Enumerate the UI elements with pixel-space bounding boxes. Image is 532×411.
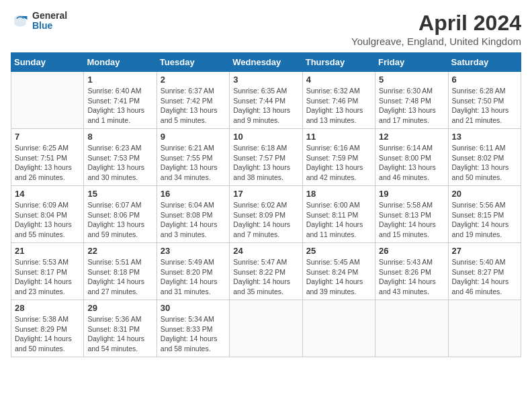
calendar-header-saturday: Saturday: [448, 53, 521, 72]
calendar-cell: 17Sunrise: 6:02 AMSunset: 8:09 PMDayligh…: [230, 186, 302, 243]
day-info: Sunrise: 5:38 AMSunset: 8:29 PMDaylight:…: [15, 314, 80, 354]
calendar-header-friday: Friday: [375, 53, 448, 72]
day-info: Sunrise: 6:21 AMSunset: 7:55 PMDaylight:…: [161, 143, 226, 183]
day-number: 14: [15, 189, 80, 199]
day-info: Sunrise: 5:58 AMSunset: 8:13 PMDaylight:…: [379, 200, 444, 240]
calendar-cell: 1Sunrise: 6:40 AMSunset: 7:41 PMDaylight…: [84, 72, 157, 129]
logo: General Blue: [11, 11, 67, 32]
calendar-cell: [375, 300, 448, 357]
calendar-cell: 19Sunrise: 5:58 AMSunset: 8:13 PMDayligh…: [375, 186, 448, 243]
day-info: Sunrise: 6:32 AMSunset: 7:46 PMDaylight:…: [306, 86, 371, 126]
day-info: Sunrise: 6:04 AMSunset: 8:08 PMDaylight:…: [161, 200, 226, 240]
day-number: 11: [306, 132, 371, 142]
day-number: 15: [87, 189, 152, 199]
day-info: Sunrise: 6:35 AMSunset: 7:44 PMDaylight:…: [233, 86, 298, 126]
calendar-cell: 21Sunrise: 5:53 AMSunset: 8:17 PMDayligh…: [11, 243, 84, 300]
calendar-cell: 23Sunrise: 5:49 AMSunset: 8:20 PMDayligh…: [157, 243, 229, 300]
day-number: 4: [306, 75, 371, 85]
calendar-cell: 24Sunrise: 5:47 AMSunset: 8:22 PMDayligh…: [230, 243, 302, 300]
day-number: 10: [233, 132, 298, 142]
day-number: 1: [87, 75, 152, 85]
logo-text: General Blue: [32, 11, 67, 32]
logo-icon: [11, 11, 30, 30]
day-info: Sunrise: 5:47 AMSunset: 8:22 PMDaylight:…: [233, 257, 298, 297]
calendar-cell: [448, 300, 521, 357]
month-title: April 2024: [351, 11, 521, 36]
day-number: 24: [233, 246, 298, 256]
day-number: 7: [15, 132, 80, 142]
day-info: Sunrise: 6:30 AMSunset: 7:48 PMDaylight:…: [379, 86, 444, 126]
week-row-1: 1Sunrise: 6:40 AMSunset: 7:41 PMDaylight…: [11, 72, 521, 129]
calendar-cell: 3Sunrise: 6:35 AMSunset: 7:44 PMDaylight…: [230, 72, 302, 129]
day-info: Sunrise: 5:45 AMSunset: 8:24 PMDaylight:…: [306, 257, 371, 297]
calendar-cell: 26Sunrise: 5:43 AMSunset: 8:26 PMDayligh…: [375, 243, 448, 300]
day-number: 30: [161, 303, 226, 313]
calendar-cell: 22Sunrise: 5:51 AMSunset: 8:18 PMDayligh…: [84, 243, 157, 300]
day-number: 8: [87, 132, 152, 142]
location: Youlgreave, England, United Kingdom: [351, 36, 521, 47]
day-number: 26: [379, 246, 444, 256]
calendar-cell: 2Sunrise: 6:37 AMSunset: 7:42 PMDaylight…: [157, 72, 229, 129]
calendar-cell: 10Sunrise: 6:18 AMSunset: 7:57 PMDayligh…: [230, 129, 302, 186]
calendar-table: SundayMondayTuesdayWednesdayThursdayFrid…: [11, 52, 521, 357]
day-number: 20: [452, 189, 517, 199]
calendar-cell: 14Sunrise: 6:09 AMSunset: 8:04 PMDayligh…: [11, 186, 84, 243]
day-number: 5: [379, 75, 444, 85]
day-info: Sunrise: 6:14 AMSunset: 8:00 PMDaylight:…: [379, 143, 444, 183]
day-number: 25: [306, 246, 371, 256]
calendar-cell: 29Sunrise: 5:36 AMSunset: 8:31 PMDayligh…: [84, 300, 157, 357]
calendar-header-sunday: Sunday: [11, 53, 84, 72]
calendar-cell: 13Sunrise: 6:11 AMSunset: 8:02 PMDayligh…: [448, 129, 521, 186]
calendar-cell: 20Sunrise: 5:56 AMSunset: 8:15 PMDayligh…: [448, 186, 521, 243]
week-row-4: 21Sunrise: 5:53 AMSunset: 8:17 PMDayligh…: [11, 243, 521, 300]
day-number: 2: [161, 75, 226, 85]
calendar-cell: [302, 300, 375, 357]
calendar-cell: 18Sunrise: 6:00 AMSunset: 8:11 PMDayligh…: [302, 186, 375, 243]
day-number: 17: [233, 189, 298, 199]
day-number: 12: [379, 132, 444, 142]
calendar-header-thursday: Thursday: [302, 53, 375, 72]
day-number: 27: [452, 246, 517, 256]
calendar-cell: 9Sunrise: 6:21 AMSunset: 7:55 PMDaylight…: [157, 129, 229, 186]
day-number: 29: [87, 303, 152, 313]
day-number: 23: [161, 246, 226, 256]
calendar-header-tuesday: Tuesday: [157, 53, 229, 72]
day-info: Sunrise: 6:02 AMSunset: 8:09 PMDaylight:…: [233, 200, 298, 240]
calendar-cell: 4Sunrise: 6:32 AMSunset: 7:46 PMDaylight…: [302, 72, 375, 129]
week-row-2: 7Sunrise: 6:25 AMSunset: 7:51 PMDaylight…: [11, 129, 521, 186]
day-info: Sunrise: 6:25 AMSunset: 7:51 PMDaylight:…: [15, 143, 80, 183]
day-number: 13: [452, 132, 517, 142]
day-info: Sunrise: 5:40 AMSunset: 8:27 PMDaylight:…: [452, 257, 517, 297]
calendar-cell: [11, 72, 84, 129]
logo-line2: Blue: [32, 21, 67, 31]
title-area: April 2024 Youlgreave, England, United K…: [351, 11, 521, 47]
calendar-cell: 25Sunrise: 5:45 AMSunset: 8:24 PMDayligh…: [302, 243, 375, 300]
calendar-cell: 6Sunrise: 6:28 AMSunset: 7:50 PMDaylight…: [448, 72, 521, 129]
calendar-header-wednesday: Wednesday: [230, 53, 302, 72]
calendar-cell: 15Sunrise: 6:07 AMSunset: 8:06 PMDayligh…: [84, 186, 157, 243]
day-number: 28: [15, 303, 80, 313]
calendar-cell: 27Sunrise: 5:40 AMSunset: 8:27 PMDayligh…: [448, 243, 521, 300]
day-info: Sunrise: 5:56 AMSunset: 8:15 PMDaylight:…: [452, 200, 517, 240]
day-info: Sunrise: 6:18 AMSunset: 7:57 PMDaylight:…: [233, 143, 298, 183]
day-info: Sunrise: 5:36 AMSunset: 8:31 PMDaylight:…: [87, 314, 152, 354]
calendar-cell: 30Sunrise: 5:34 AMSunset: 8:33 PMDayligh…: [157, 300, 229, 357]
calendar-cell: 5Sunrise: 6:30 AMSunset: 7:48 PMDaylight…: [375, 72, 448, 129]
day-info: Sunrise: 6:37 AMSunset: 7:42 PMDaylight:…: [161, 86, 226, 126]
day-number: 22: [87, 246, 152, 256]
day-number: 16: [161, 189, 226, 199]
day-number: 21: [15, 246, 80, 256]
calendar-cell: 8Sunrise: 6:23 AMSunset: 7:53 PMDaylight…: [84, 129, 157, 186]
day-info: Sunrise: 5:49 AMSunset: 8:20 PMDaylight:…: [161, 257, 226, 297]
day-number: 18: [306, 189, 371, 199]
day-info: Sunrise: 6:28 AMSunset: 7:50 PMDaylight:…: [452, 86, 517, 126]
day-info: Sunrise: 6:40 AMSunset: 7:41 PMDaylight:…: [87, 86, 152, 126]
day-number: 9: [161, 132, 226, 142]
day-info: Sunrise: 5:34 AMSunset: 8:33 PMDaylight:…: [161, 314, 226, 354]
calendar-header-monday: Monday: [84, 53, 157, 72]
day-info: Sunrise: 5:43 AMSunset: 8:26 PMDaylight:…: [379, 257, 444, 297]
day-info: Sunrise: 6:00 AMSunset: 8:11 PMDaylight:…: [306, 200, 371, 240]
day-number: 6: [452, 75, 517, 85]
calendar-cell: 7Sunrise: 6:25 AMSunset: 7:51 PMDaylight…: [11, 129, 84, 186]
day-info: Sunrise: 6:16 AMSunset: 7:59 PMDaylight:…: [306, 143, 371, 183]
